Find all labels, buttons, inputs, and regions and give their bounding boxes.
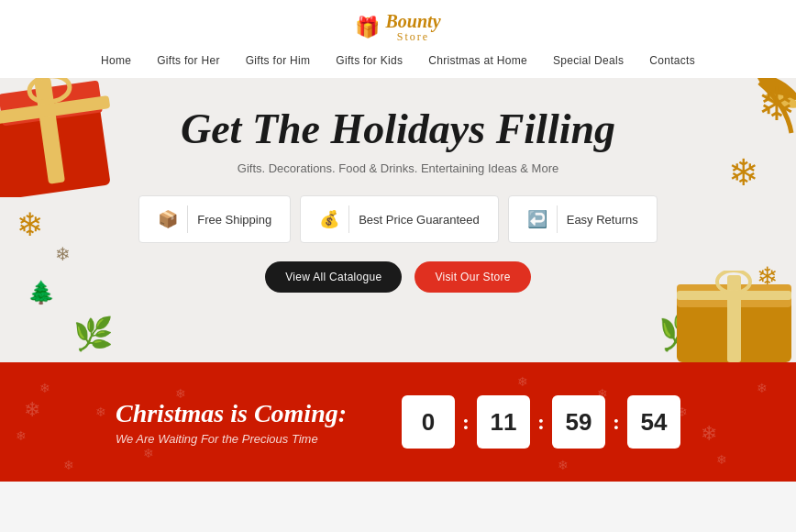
shipping-icon: 📦 — [158, 209, 178, 229]
countdown-subtext: We Are Waiting For the Precious Time — [116, 432, 347, 446]
sep1: : — [462, 410, 470, 435]
hero-section: ❄ ❄ ❄ 🌲 ❄ ❄ 🌿 🌿 Get The Holidays Filling… — [0, 78, 796, 362]
svg-rect-7 — [677, 294, 791, 362]
hero-subtitle: Gifts. Decorations. Food & Drinks. Enter… — [0, 161, 796, 175]
features-row: 📦 Free Shipping 💰 Best Price Guaranteed … — [0, 195, 796, 243]
nav-home[interactable]: Home — [101, 54, 131, 67]
feature-returns: ↩️ Easy Returns — [508, 195, 658, 243]
svg-point-5 — [754, 78, 796, 105]
visit-store-button[interactable]: Visit Our Store — [415, 261, 530, 293]
nav-contacts[interactable]: Contacts — [649, 54, 695, 67]
logo-icon: 🎁 — [355, 16, 380, 39]
nav-christmas-home[interactable]: Christmas at Home — [428, 54, 527, 67]
sep2: : — [537, 410, 545, 435]
nav-gifts-him[interactable]: Gifts for Him — [246, 54, 311, 67]
logo-name-store: Store — [385, 31, 440, 43]
countdown-seconds: 54 — [627, 395, 680, 449]
feature-returns-label: Easy Returns — [567, 213, 638, 227]
logo[interactable]: 🎁 Bounty Store — [355, 11, 440, 43]
nav-gifts-kids[interactable]: Gifts for Kids — [336, 54, 403, 67]
divider3 — [557, 205, 558, 233]
countdown-text: Christmas is Coming: We Are Waiting For … — [116, 399, 347, 446]
pine-branch-left-icon: 🌿 — [73, 316, 114, 353]
divider — [187, 205, 188, 233]
price-icon: 💰 — [319, 209, 339, 229]
divider2 — [348, 205, 349, 233]
pine-branch-right-icon: 🌿 — [658, 310, 704, 353]
hero-buttons: View All Catalogue Visit Our Store — [0, 261, 796, 293]
svg-point-4 — [28, 78, 71, 105]
header: 🎁 Bounty Store Home Gifts for Her Gifts … — [0, 0, 796, 78]
countdown-heading: Christmas is Coming: — [116, 399, 347, 428]
hero-title: Get The Holidays Filling — [0, 105, 796, 154]
nav-gifts-her[interactable]: Gifts for Her — [157, 54, 220, 67]
feature-price-label: Best Price Guaranteed — [359, 213, 480, 227]
countdown-minutes: 59 — [552, 395, 605, 449]
countdown-timer: 0 : 11 : 59 : 54 — [402, 395, 680, 449]
countdown-section: ❄ ❄ ❄ ❄ ❄ ❄ ❄ ❄ ❄ ❄ ❄ ❄ ❄ ❄ ❄ Christmas … — [0, 362, 796, 482]
bottom-strip — [0, 482, 796, 518]
main-nav: Home Gifts for Her Gifts for Him Gifts f… — [0, 50, 796, 72]
countdown-days: 0 — [402, 395, 455, 449]
feature-shipping-label: Free Shipping — [197, 213, 271, 227]
logo-name-bounty: Bounty — [385, 11, 440, 31]
feature-price: 💰 Best Price Guaranteed — [300, 195, 499, 243]
view-catalogue-button[interactable]: View All Catalogue — [265, 261, 402, 293]
sep3: : — [613, 410, 620, 435]
countdown-hours: 11 — [477, 395, 530, 449]
returns-icon: ↩️ — [527, 209, 547, 229]
nav-special-deals[interactable]: Special Deals — [553, 54, 624, 67]
feature-shipping: 📦 Free Shipping — [138, 195, 291, 243]
